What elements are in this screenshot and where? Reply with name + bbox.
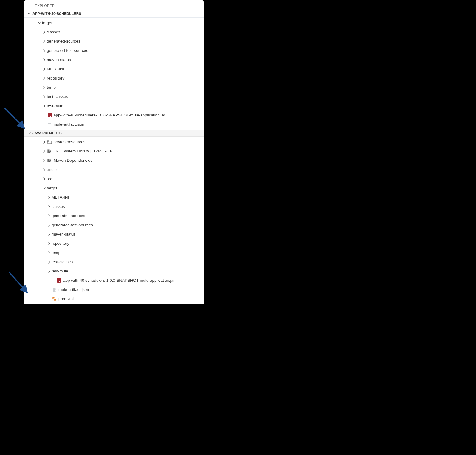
package-folder-icon [47,139,52,145]
svg-rect-10 [49,159,51,162]
tree-label: maven-status [47,58,71,62]
chevron-right-icon [47,223,52,228]
section-title: JAVA PROJECTS [32,131,62,135]
chevron-right-icon [47,195,52,200]
jar-file-icon [56,278,62,283]
chevron-down-icon [27,12,31,16]
tree-folder[interactable]: generated-sources [24,37,204,46]
chevron-right-icon [42,149,47,154]
chevron-right-icon [42,85,47,90]
svg-rect-7 [49,150,51,153]
library-icon [47,158,52,163]
svg-rect-8 [48,159,48,162]
chevron-right-icon [42,94,47,99]
tree-label: app-with-40-schedulers-1.0.0-SNAPSHOT-mu… [54,113,165,117]
tree-label: test-mule [47,104,63,108]
tree-node[interactable]: target [24,183,204,193]
tree-label: META-INF [47,67,66,71]
tree-folder[interactable]: temp [24,83,204,92]
svg-rect-9 [49,159,49,162]
tree-label: classes [47,30,60,34]
explorer-panel: EXPLORER APP-WITH-40-SCHEDULERS target c… [24,0,204,304]
svg-rect-6 [49,150,49,153]
chevron-right-icon [47,204,52,209]
project-tree: target classes generated-sources generat… [24,18,204,130]
tree-label: temp [52,251,60,255]
tree-node[interactable]: generated-sources [24,211,204,220]
tree-label: src [47,177,52,181]
chevron-right-icon [47,214,52,218]
chevron-right-icon [47,241,52,246]
chevron-right-icon [42,167,47,172]
tree-label: mule-artifact.json [54,122,84,127]
tree-node[interactable]: test-mule [24,267,204,276]
chevron-right-icon [42,39,47,44]
tree-folder[interactable]: maven-status [24,55,204,64]
chevron-right-icon [42,158,47,163]
chevron-right-icon [42,177,47,181]
tree-label: test-classes [52,260,73,264]
chevron-down-icon [37,21,42,25]
tree-label: repository [52,241,69,246]
tree-label: generated-sources [47,39,80,43]
tree-node[interactable]: repository [24,239,204,248]
chevron-right-icon [42,76,47,81]
tree-node[interactable]: JRE System Library [JavaSE-1.6] [24,147,204,156]
tree-node[interactable]: src/test/resources [24,137,204,147]
library-icon [47,149,52,154]
tree-label: .mule [47,168,57,172]
tree-label: classes [52,205,65,209]
chevron-right-icon [47,260,52,264]
tree-folder[interactable]: classes [24,27,204,37]
svg-point-15 [53,300,54,300]
tree-folder[interactable]: generated-test-sources [24,46,204,55]
section-header-java-projects[interactable]: JAVA PROJECTS [24,130,204,137]
tree-label: app-with-40-schedulers-1.0.0-SNAPSHOT-mu… [63,278,175,283]
tree-node[interactable]: .mule [24,165,204,174]
tree-folder[interactable]: test-classes [24,92,204,101]
tree-file[interactable]: pom.xml [24,294,204,303]
tree-node[interactable]: classes [24,202,204,211]
file-icon [52,287,57,292]
file-icon [47,122,52,127]
tree-label: test-classes [47,95,68,99]
tree-node[interactable]: maven-status [24,230,204,239]
tree-label: target [42,21,52,25]
tree-node[interactable]: temp [24,248,204,257]
tree-folder[interactable]: repository [24,74,204,83]
tree-label: mule-artifact.json [58,288,89,292]
tree-file[interactable]: mule-artifact.json [24,120,204,129]
tree-folder[interactable]: test-mule [24,101,204,110]
jar-file-icon [47,113,52,118]
chevron-right-icon [47,269,52,274]
tree-file[interactable]: app-with-40-schedulers-1.0.0-SNAPSHOT-mu… [24,276,204,285]
tree-file[interactable]: mule-artifact.json [24,285,204,294]
chevron-right-icon [47,250,52,255]
chevron-right-icon [42,30,47,35]
tree-node[interactable]: test-classes [24,257,204,267]
svg-line-17 [5,108,24,128]
tree-folder-target[interactable]: target [24,18,204,27]
chevron-down-icon [42,186,47,191]
section-title: APP-WITH-40-SCHEDULERS [32,12,81,16]
tree-node[interactable]: generated-test-sources [24,220,204,230]
tree-label: generated-test-sources [47,49,88,53]
tree-folder[interactable]: META-INF [24,64,204,74]
tree-label: JRE System Library [JavaSE-1.6] [54,149,113,153]
tree-label: META-INF [52,195,70,200]
chevron-right-icon [42,57,47,62]
tree-label: src/test/resources [54,140,85,144]
tree-label: Maven Dependencies [54,158,93,163]
tree-label: test-mule [52,269,68,273]
chevron-right-icon [47,232,52,237]
tree-file[interactable]: app-with-40-schedulers-1.0.0-SNAPSHOT-mu… [24,110,204,120]
tree-label: generated-test-sources [52,223,93,227]
tree-node[interactable]: src [24,174,204,183]
java-projects-tree: src/test/resources JRE System Library [J… [24,137,204,304]
tree-node[interactable]: Maven Dependencies [24,156,204,165]
tree-node[interactable]: META-INF [24,193,204,202]
tree-label: pom.xml [58,297,74,301]
tree-label: target [47,186,57,190]
tree-label: maven-status [52,232,76,236]
section-header-project[interactable]: APP-WITH-40-SCHEDULERS [24,10,204,17]
